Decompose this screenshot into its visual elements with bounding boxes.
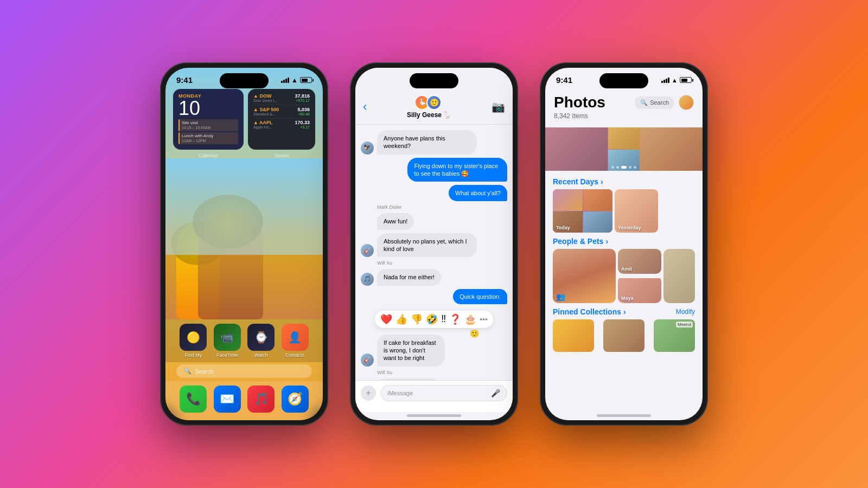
reaction-exclaim[interactable]: ‼️ bbox=[441, 313, 446, 325]
calendar-widget[interactable]: MONDAY 10 Site visit 10:15 – 10:45AM Lun… bbox=[173, 89, 244, 150]
mic-icon[interactable]: 🎤 bbox=[491, 389, 500, 397]
add-attachment-button[interactable]: + bbox=[361, 386, 376, 401]
bar4 bbox=[288, 78, 289, 83]
search-bar[interactable]: 🔍 Search bbox=[176, 364, 312, 378]
reaction-more[interactable]: ••• bbox=[480, 315, 488, 324]
status-icons-3: ▲ bbox=[661, 77, 692, 84]
msg-bubble-5: Absolutely no plans yet, which I kind of… bbox=[377, 233, 477, 258]
video-call-button[interactable]: 📷 bbox=[492, 100, 505, 113]
app-facetime-label: FaceTime bbox=[216, 352, 238, 358]
msg-avatar-1: 🦅 bbox=[361, 142, 374, 155]
app-findmy[interactable]: 🟡 Find My bbox=[180, 324, 207, 358]
photos-top-row: Photos 🔍 Search bbox=[554, 94, 694, 111]
photo-mini-2 bbox=[583, 189, 613, 211]
bar2 bbox=[283, 80, 285, 83]
reaction-bar: ❤️ 👍 👎 🤣 ‼️ ❓ 🎂 ••• bbox=[361, 310, 507, 329]
people-arrow[interactable]: › bbox=[605, 237, 608, 246]
group-people-icon: 👥 bbox=[556, 292, 565, 301]
photo-yesterday[interactable]: Yesterday bbox=[615, 189, 658, 233]
battery-fill-3 bbox=[681, 79, 688, 82]
pinned-thumb-2[interactable] bbox=[603, 319, 644, 352]
people-stack: Amit Maya bbox=[618, 249, 661, 303]
msg-bubble-4: Aww fun! bbox=[377, 213, 414, 229]
home-indicator-2 bbox=[407, 414, 461, 417]
reaction-badge: 🙂 bbox=[470, 329, 479, 338]
reaction-thumbsup[interactable]: 👍 bbox=[395, 313, 407, 325]
dock-mail[interactable]: ✉️ bbox=[214, 386, 241, 413]
bar1 bbox=[281, 81, 283, 83]
recent-days-arrow[interactable]: › bbox=[601, 177, 603, 186]
stocks-widget[interactable]: ▲ DOWDow Jones I... 37,816+570.17 ▲ S&P … bbox=[248, 89, 315, 150]
pinned-thumb-1[interactable] bbox=[553, 319, 594, 352]
msg-avatar-8: 🎸 bbox=[361, 354, 374, 367]
wifi-icon-3: ▲ bbox=[672, 77, 678, 84]
msg-bubble-2: Flying down to my sister's place to see … bbox=[407, 158, 507, 182]
app-contacts[interactable]: 👤 Contacts bbox=[282, 324, 309, 358]
dock-music[interactable]: 🎵 bbox=[247, 386, 275, 413]
recent-days-title: Recent Days › bbox=[553, 177, 603, 186]
person-amit[interactable]: Amit bbox=[618, 249, 661, 274]
pinned-header: Pinned Collections › Modify bbox=[553, 307, 695, 316]
reaction-heart[interactable]: ❤️ bbox=[380, 313, 392, 325]
photos-hero bbox=[545, 127, 703, 171]
modify-button[interactable]: Modify bbox=[676, 308, 695, 316]
reaction-haha[interactable]: 🤣 bbox=[426, 313, 438, 325]
cal-date: 10 bbox=[178, 99, 238, 118]
yesterday-label: Yesterday bbox=[618, 225, 641, 230]
dock-phone[interactable]: 📞 bbox=[180, 386, 207, 413]
msg-row-3: What about y'all? bbox=[361, 185, 507, 201]
msg-row-5: 🎸 Absolutely no plans yet, which I kind … bbox=[361, 233, 507, 258]
app-row: 🟡 Find My 📹 FaceTime ⌚ Watch bbox=[165, 319, 323, 362]
msg-bubble-3: What about y'all? bbox=[449, 185, 507, 201]
sender-mark: Mark Disler bbox=[377, 204, 507, 210]
dot-4 bbox=[629, 166, 631, 169]
pinned-row: Meerut bbox=[553, 319, 695, 352]
message-input[interactable]: iMessage 🎤 bbox=[380, 385, 507, 401]
status-icons-1: ▲ bbox=[281, 76, 312, 84]
dot-5 bbox=[634, 166, 636, 169]
group-name: Silly Geese 🪿 bbox=[407, 111, 451, 119]
photos-bg: 9:41 ▲ Photos bbox=[545, 68, 703, 420]
person-card-main[interactable]: 👥 bbox=[553, 249, 616, 303]
photos-search-button[interactable]: 🔍 Search bbox=[635, 97, 674, 109]
recent-days-header: Recent Days › bbox=[553, 177, 695, 186]
dock-safari[interactable]: 🧭 bbox=[282, 386, 309, 413]
stock-sp500: ▲ S&P 500Standard &... 5,036+80.48 bbox=[253, 107, 310, 116]
reaction-question[interactable]: ❓ bbox=[449, 313, 461, 325]
pinned-arrow[interactable]: › bbox=[623, 307, 626, 316]
person-card-3[interactable] bbox=[663, 249, 695, 303]
msg-row-1: 🦅 Anyone have plans this weekend? bbox=[361, 130, 507, 155]
profile-avatar[interactable] bbox=[679, 95, 694, 110]
search-icon: 🔍 bbox=[184, 368, 192, 375]
app-contacts-label: Contacts bbox=[285, 352, 305, 358]
dot-1 bbox=[611, 166, 614, 169]
photos-actions: 🔍 Search bbox=[635, 95, 694, 110]
dynamic-island-2 bbox=[410, 73, 458, 88]
stock-aapl: ▲ AAPLApple Inc... 170.33+3.17 bbox=[253, 120, 310, 129]
status-bar-3: 9:41 ▲ bbox=[545, 68, 703, 87]
bar3-3 bbox=[666, 79, 667, 83]
home-indicator-3 bbox=[597, 414, 651, 417]
person-maya[interactable]: Maya bbox=[618, 276, 661, 303]
back-button[interactable]: ‹ bbox=[363, 101, 367, 113]
photo-mini-1 bbox=[553, 189, 583, 211]
reaction-cake[interactable]: 🎂 bbox=[464, 313, 476, 325]
recent-days-grid: Today Yesterday bbox=[553, 189, 695, 233]
home-screen-bg: 9:41 ▲ MONDAY bbox=[165, 68, 323, 420]
battery-icon-3 bbox=[680, 77, 692, 83]
bar2-3 bbox=[663, 80, 665, 83]
sender-will-2: Will Xu bbox=[377, 370, 507, 375]
app-watch[interactable]: ⌚ Watch bbox=[247, 324, 275, 358]
reaction-thumbsdown[interactable]: 👎 bbox=[411, 313, 423, 325]
app-facetime[interactable]: 📹 FaceTime bbox=[214, 324, 241, 358]
photos-count: 8,342 Items bbox=[554, 112, 694, 120]
phone-messages: ‹ 🪿 🙂 Silly Geese 🪿 📷 🦅 Anyone have plan… bbox=[350, 62, 518, 426]
wifi-icon: ▲ bbox=[291, 76, 298, 84]
group-info[interactable]: 🪿 🙂 Silly Geese 🪿 bbox=[407, 95, 451, 119]
msg-bubble-8: If cake for breakfast is wrong, I don't … bbox=[377, 335, 445, 367]
today-label: Today bbox=[556, 225, 570, 230]
person-main-photo: 👥 bbox=[553, 249, 616, 303]
photo-today[interactable]: Today bbox=[553, 189, 612, 233]
messages-input-bar: + iMessage 🎤 bbox=[355, 380, 513, 412]
pinned-thumb-3[interactable]: Meerut bbox=[654, 319, 695, 352]
